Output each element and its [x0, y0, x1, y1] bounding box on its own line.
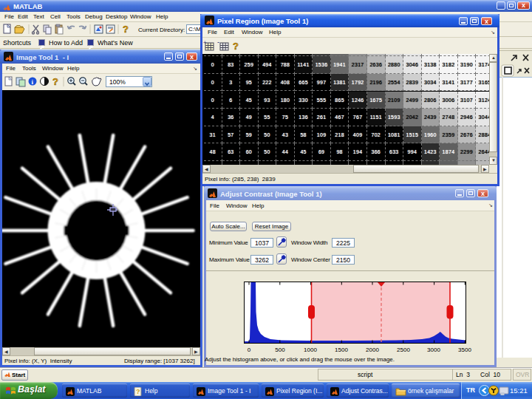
svg-text:?: ?: [123, 24, 129, 35]
svg-text:-: -: [217, 38, 219, 46]
svg-text:?: ?: [233, 41, 239, 52]
svg-text:?: ?: [136, 388, 140, 395]
svg-text:?: ?: [52, 76, 58, 87]
